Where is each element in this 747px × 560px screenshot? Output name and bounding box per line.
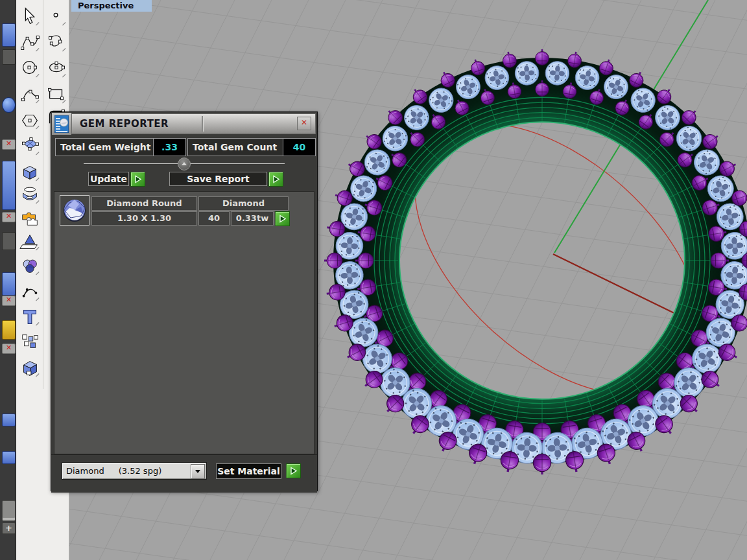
set-material-button[interactable]: Set Material (216, 463, 281, 479)
panel-blue-button[interactable] (2, 23, 16, 47)
dialog-title: GEM REPORTER (80, 117, 169, 130)
update-run-button[interactable] (130, 172, 145, 187)
gem-list-panel: Diamond Round Diamond 1.30 X 1.30 40 0.3… (54, 191, 314, 454)
dialog-titlebar[interactable]: GEM REPORTER ✕ (51, 112, 317, 134)
titlebar-surface[interactable]: GEM REPORTER ✕ (71, 113, 316, 134)
block-instances-icon[interactable] (18, 330, 42, 355)
panel-splitter-knob[interactable] (178, 158, 191, 170)
color-wheel-icon[interactable] (18, 254, 42, 279)
curve-through-points-icon[interactable] (18, 30, 42, 55)
close-x[interactable]: ✕ (2, 344, 16, 354)
gem-weight-cell: 0.33tw (231, 211, 274, 226)
gem-thumbnail (60, 195, 89, 226)
set-material-run-button[interactable] (286, 463, 301, 478)
gem-reporter-dialog: GEM REPORTER ✕ Total Gem Weight .33 Tota… (51, 111, 318, 491)
panel-gray-button[interactable] (2, 232, 16, 250)
total-gem-weight-field: Total Gem Weight .33 (55, 138, 186, 156)
text-icon[interactable] (18, 305, 42, 329)
interpolate-curve-icon[interactable] (18, 82, 42, 107)
gem-material-cell: Diamond (198, 196, 289, 211)
save-report-run-button[interactable] (268, 172, 283, 187)
panel-large-blue[interactable] (2, 161, 16, 210)
tube-surface-icon[interactable] (18, 183, 42, 207)
left-dock-strip: ✕✕✕✕+ (0, 0, 16, 560)
play-icon (134, 175, 142, 183)
panel-gray-button[interactable] (2, 49, 16, 65)
patch-surface-icon[interactable] (18, 134, 42, 159)
play-icon (278, 215, 287, 223)
material-name: Diamond (62, 463, 104, 479)
toolbar-separator (43, 0, 43, 389)
ellipse-icon[interactable] (44, 56, 69, 81)
list-tool-blue[interactable] (2, 272, 16, 296)
material-dropdown[interactable]: Diamond (3.52 spg) (62, 462, 207, 480)
total-gem-weight-value: .33 (153, 139, 185, 156)
point-icon[interactable] (44, 5, 69, 29)
viewport-tab[interactable]: Perspective (71, 0, 152, 12)
chevron-up-icon (182, 162, 187, 165)
box-icon[interactable] (18, 160, 42, 185)
dialog-bottom-bar: Diamond (3.52 spg) Set Material (51, 454, 317, 493)
diamond-render-icon (62, 198, 88, 224)
polygon-icon[interactable] (18, 108, 42, 133)
layer-tool-yellow[interactable] (2, 320, 16, 340)
total-gem-count-field: Total Gem Count 40 (187, 138, 316, 156)
close-x[interactable]: ✕ (2, 212, 16, 222)
pointer-icon[interactable] (18, 5, 42, 29)
save-report-button[interactable]: Save Report (169, 172, 267, 186)
plugin-puzzle-icon[interactable] (18, 205, 42, 230)
sphere-tool[interactable] (2, 97, 16, 113)
add-tool[interactable]: + (2, 522, 16, 534)
gem-count-cell: 40 (198, 211, 230, 226)
titlebar-divider (202, 116, 204, 132)
curve-handles-icon[interactable] (44, 30, 69, 55)
solid-box-icon[interactable] (18, 356, 42, 380)
close-x[interactable]: ✕ (2, 139, 16, 150)
material-density: (3.52 spg) (119, 463, 162, 479)
gem-size-cell: 1.30 X 1.30 (91, 211, 197, 226)
close-icon[interactable]: ✕ (297, 117, 311, 130)
panel-sliver-blue[interactable] (2, 451, 16, 464)
gem-row-action-button[interactable] (275, 211, 290, 226)
extrude-icon[interactable] (18, 229, 42, 254)
circle-icon[interactable] (18, 56, 42, 81)
gem-report-icon (52, 113, 71, 135)
adjustable-curve-icon[interactable] (18, 280, 42, 305)
save-tool[interactable] (2, 500, 16, 521)
total-gem-weight-label: Total Gem Weight (56, 139, 153, 156)
play-icon (272, 175, 280, 183)
play-icon (289, 467, 298, 475)
chevron-down-icon[interactable] (191, 464, 205, 479)
total-gem-count-value: 40 (283, 139, 315, 156)
update-button[interactable]: Update (88, 172, 129, 186)
close-x[interactable]: ✕ (2, 296, 16, 306)
app-window: ✕✕✕✕+ (0, 0, 747, 560)
panel-sliver-blue[interactable] (2, 414, 16, 426)
gem-shape-cell: Diamond Round (91, 196, 197, 211)
total-gem-count-label: Total Gem Count (188, 139, 283, 156)
